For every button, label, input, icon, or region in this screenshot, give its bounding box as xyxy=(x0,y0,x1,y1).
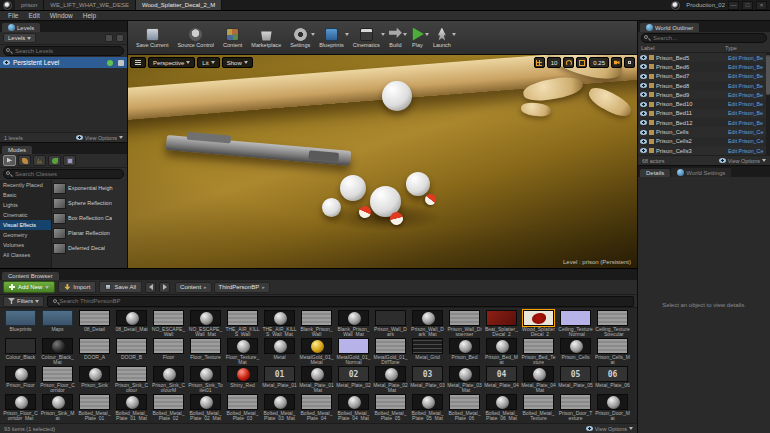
table-row[interactable]: Prison_Bed5 Edit Prison_Be xyxy=(638,53,770,62)
asset-tile[interactable]: Colour_Black xyxy=(3,338,38,364)
maximize-button[interactable]: □ xyxy=(742,1,753,10)
asset-tile[interactable]: 04 Metal_Plate_04 xyxy=(484,366,519,392)
levels-details-icon[interactable] xyxy=(105,34,113,42)
asset-tile[interactable]: THE_AIR_KILLS_Wall_Mat xyxy=(262,310,297,336)
asset-tile[interactable]: Bolted_Metal_Plate_02 xyxy=(151,394,186,420)
content-view-options[interactable]: View Options xyxy=(586,426,633,432)
table-row[interactable]: Prison_Bed7 Edit Prison_Be xyxy=(638,72,770,81)
asset-tile[interactable]: Bolted_Metal_Plate_01 xyxy=(77,394,112,420)
viewport[interactable]: Perspective Lit Show 10 0.25 Level : pri… xyxy=(128,55,637,268)
rotation-snap-toggle[interactable] xyxy=(563,57,574,68)
asset-tile[interactable]: Prison_Wall_Dark_Mat xyxy=(410,310,445,336)
chevron-down-icon[interactable] xyxy=(403,33,407,36)
levels-search-input[interactable] xyxy=(3,46,124,56)
viewport-options-button[interactable] xyxy=(130,57,146,68)
foliage-mode-button[interactable] xyxy=(48,155,61,166)
asset-tile[interactable]: Blank_Prison_Wall_Mat xyxy=(336,310,371,336)
table-row[interactable]: Prison_Cells Edit Prison_Ce xyxy=(638,127,770,136)
actor-type-link[interactable]: Edit Prison_Be xyxy=(728,110,768,116)
placeable-item[interactable]: Planar Reflection xyxy=(53,226,126,240)
asset-tile[interactable]: 02 Metal_Plate_02 xyxy=(336,366,371,392)
camera-speed-button[interactable] xyxy=(611,57,622,68)
scrollbar-thumb[interactable] xyxy=(766,55,770,95)
menu-item[interactable]: Window xyxy=(45,12,78,19)
actor-type-link[interactable]: Edit Prison_Be xyxy=(728,73,768,79)
toolbar-button[interactable]: Save Current xyxy=(136,28,168,48)
asset-tile[interactable]: Ceiling_Texture_Specular xyxy=(595,310,630,336)
asset-tile[interactable]: Bolted_Metal_Texture xyxy=(521,394,556,420)
toolbar-button[interactable]: Source Control xyxy=(177,28,214,48)
chevron-down-icon[interactable] xyxy=(311,33,315,36)
toolbar-button[interactable]: Launch xyxy=(433,28,451,48)
asset-tile[interactable]: 01 Metal_Plate_01 xyxy=(262,366,297,392)
asset-tile[interactable]: Bolted_Metal_Plate_05 xyxy=(373,394,408,420)
asset-tile[interactable]: 03 Metal_Plate_03 xyxy=(410,366,445,392)
asset-tile[interactable]: MetalGold_01_Normal xyxy=(336,338,371,364)
asset-tile[interactable]: Prison_Cells_Mat xyxy=(595,338,630,364)
scale-snap-toggle[interactable] xyxy=(576,57,587,68)
modes-category[interactable]: Lights xyxy=(0,200,51,210)
chevron-down-icon[interactable] xyxy=(425,33,429,36)
visibility-eye-icon[interactable] xyxy=(640,83,647,88)
import-button[interactable]: Import xyxy=(58,281,96,293)
table-row[interactable]: Prison_Bed6 Edit Prison_Be xyxy=(638,62,770,71)
placeable-item[interactable]: Sphere Reflection xyxy=(53,196,126,210)
toolbar-button[interactable]: Blueprints xyxy=(319,28,343,48)
forward-button[interactable] xyxy=(159,282,170,293)
actor-type-link[interactable]: Edit Prison_Ce xyxy=(728,148,768,154)
table-row[interactable]: Prison_Cells2 Edit Prison_Ce xyxy=(638,137,770,146)
actor-type-link[interactable]: Edit Prison_Be xyxy=(728,120,768,126)
chevron-down-icon[interactable] xyxy=(452,33,456,36)
placeable-item[interactable]: Deferred Decal xyxy=(53,241,126,255)
visibility-eye-icon[interactable] xyxy=(640,92,647,97)
menu-item[interactable]: File xyxy=(3,12,23,19)
grid-snap-toggle[interactable] xyxy=(534,57,545,68)
asset-tile[interactable]: Prison_Floor_Corridor xyxy=(40,366,75,392)
table-row[interactable]: Prison_Bed8 Edit Prison_Be xyxy=(638,81,770,90)
asset-tile[interactable]: Bolted_Metal_Plate_06 xyxy=(447,394,482,420)
asset-tile[interactable]: Prison_Floor xyxy=(3,366,38,392)
chevron-down-icon[interactable] xyxy=(381,33,385,36)
asset-tile[interactable]: Ceiling_Texture_Normal xyxy=(558,310,593,336)
asset-tile[interactable]: Prison_Sink_Mat xyxy=(40,394,75,420)
asset-tile[interactable]: Metal_Plate_02_Mat xyxy=(373,366,408,392)
landscape-mode-button[interactable] xyxy=(33,155,46,166)
asset-tile[interactable]: Prison_Door_Texture xyxy=(558,394,593,420)
asset-tile[interactable]: DOOR_A xyxy=(77,338,112,364)
actor-type-link[interactable]: Edit Prison_Ce xyxy=(728,129,768,135)
outliner-search-input[interactable] xyxy=(641,33,767,43)
back-button[interactable] xyxy=(145,282,156,293)
asset-tile[interactable]: Prison_Cells xyxy=(558,338,593,364)
modes-category[interactable]: Geometry xyxy=(0,230,51,240)
asset-tile[interactable]: Bolted_Metal_Plate_04_Mat xyxy=(336,394,371,420)
camera-mode-dropdown[interactable]: Perspective xyxy=(148,57,195,68)
visibility-eye-icon[interactable] xyxy=(640,64,647,69)
modes-category[interactable]: Visual Effects xyxy=(0,220,51,230)
asset-tile[interactable]: Prison_Wall_Dark xyxy=(373,310,408,336)
breadcrumb-item[interactable]: Content xyxy=(175,282,212,293)
modes-category[interactable]: Volumes xyxy=(0,240,51,250)
asset-tile[interactable]: Metal_Plate_04_Mat xyxy=(521,366,556,392)
actor-type-link[interactable]: Edit Prison_Be xyxy=(728,101,768,107)
save-all-button[interactable]: Save All xyxy=(99,281,142,293)
visibility-eye-icon[interactable] xyxy=(640,55,647,60)
asset-tile[interactable]: NO_ESCAPE_Wall xyxy=(151,310,186,336)
visibility-eye-icon[interactable] xyxy=(640,111,647,116)
asset-tile[interactable]: Floor_Texture_Mat xyxy=(225,338,260,364)
table-row[interactable]: Prison_Bed10 Edit Prison_Be xyxy=(638,99,770,108)
table-row[interactable]: Prison_Bed12 Edit Prison_Be xyxy=(638,118,770,127)
asset-tile[interactable]: Maps xyxy=(40,310,75,336)
grid-snap-value[interactable]: 10 xyxy=(547,57,562,68)
toolbar-button[interactable]: Cinematics xyxy=(353,28,380,48)
minimize-button[interactable]: — xyxy=(728,1,739,10)
table-row[interactable]: Prison_Cells3 Edit Prison_Ce xyxy=(638,146,770,155)
visibility-eye-icon[interactable] xyxy=(640,74,647,79)
actor-type-link[interactable]: Edit Prison_Be xyxy=(728,83,768,89)
modes-category[interactable]: All Classes xyxy=(0,250,51,260)
asset-tile[interactable]: Metal_Plate_01_Mat xyxy=(299,366,334,392)
place-mode-button[interactable] xyxy=(3,155,16,166)
tab-modes[interactable]: Modes xyxy=(2,146,32,154)
asset-tile[interactable]: Blueprints xyxy=(3,310,38,336)
levels-settings-icon[interactable] xyxy=(116,34,124,42)
tab-details[interactable]: Details xyxy=(640,169,670,177)
